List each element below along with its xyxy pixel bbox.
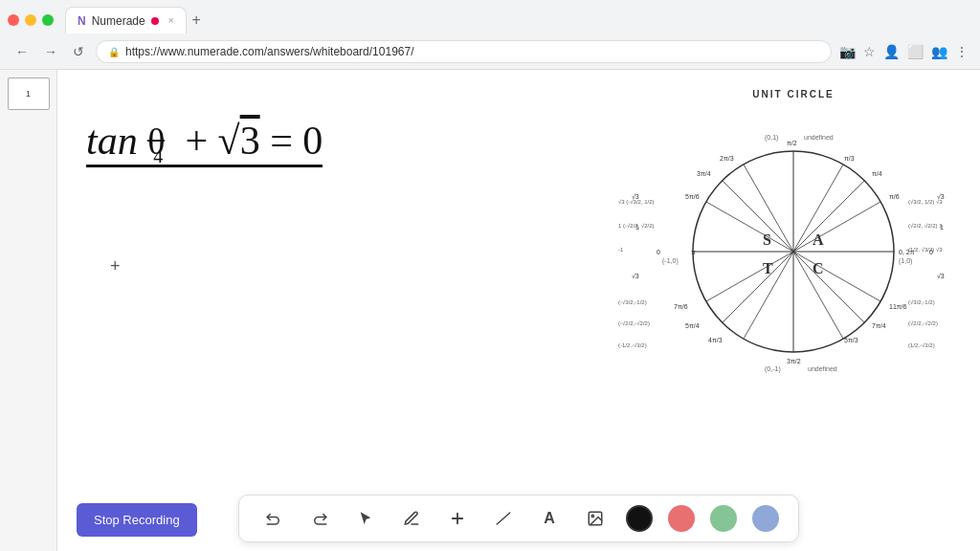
color-green[interactable]: [710, 505, 737, 532]
quadrant-S-label: S: [763, 231, 771, 248]
svg-text:(√2/2,-√2/2): (√2/2,-√2/2): [908, 320, 938, 326]
color-black[interactable]: [626, 505, 653, 532]
svg-text:π/3: π/3: [844, 155, 855, 162]
equation-text: tan θ4 + √3 = 0: [86, 119, 323, 167]
svg-text:5π/6: 5π/6: [685, 193, 700, 200]
add-tool-btn[interactable]: [442, 503, 473, 534]
image-tool-btn[interactable]: [580, 503, 611, 534]
tab-title: Numerade: [92, 14, 145, 28]
url-text: https://www.numerade.com/answers/whitebo…: [125, 45, 414, 58]
text-tool-btn[interactable]: A: [534, 503, 565, 534]
svg-text:√3: √3: [937, 273, 945, 279]
svg-text:(-√2/2,-√2/2): (-√2/2,-√2/2): [618, 320, 650, 326]
svg-text:5π/4: 5π/4: [685, 322, 700, 329]
tab-close-btn[interactable]: ×: [168, 15, 174, 26]
svg-text:3π/2: 3π/2: [787, 358, 801, 364]
svg-line-11: [723, 181, 793, 252]
svg-text:(1,0): (1,0): [899, 257, 912, 265]
unit-circle-svg: S A T C π/2 (0,1) undefined 0, 2π (1,0) …: [616, 103, 970, 390]
new-tab-btn[interactable]: +: [192, 11, 201, 29]
recording-dot: [151, 17, 159, 25]
svg-text:√3: √3: [632, 193, 639, 200]
svg-text:(0,1): (0,1): [765, 134, 778, 142]
whiteboard[interactable]: tan θ4 + √3 = 0 + UNIT CIRCLE: [57, 70, 980, 551]
svg-text:2π/3: 2π/3: [720, 155, 734, 162]
svg-text:7π/6: 7π/6: [674, 303, 688, 310]
svg-line-10: [706, 252, 793, 301]
maximize-window-btn[interactable]: [42, 14, 54, 26]
svg-text:undefined: undefined: [808, 365, 837, 372]
stop-recording-btn[interactable]: Stop Recording: [77, 503, 197, 537]
browser-chrome: N Numerade × + ← → ↺ 🔒 https://www.numer…: [0, 0, 980, 70]
svg-text:π/2: π/2: [787, 140, 797, 146]
svg-text:5π/3: 5π/3: [844, 337, 858, 343]
close-window-btn[interactable]: [8, 14, 19, 26]
cast-icon[interactable]: ⬜: [907, 44, 924, 59]
svg-line-3: [793, 202, 880, 252]
svg-text:-1: -1: [618, 247, 624, 253]
content-area: 1 tan θ4 + √3 = 0 + UNIT CIRCLE: [0, 70, 980, 551]
color-red[interactable]: [668, 505, 695, 532]
url-bar[interactable]: 🔒 https://www.numerade.com/answers/white…: [96, 40, 832, 63]
eraser-tool-btn[interactable]: [488, 503, 519, 534]
unit-circle: UNIT CIRCLE: [616, 89, 970, 395]
svg-text:π: π: [691, 249, 696, 255]
slide-panel: 1: [0, 70, 57, 551]
svg-text:1: 1: [635, 224, 639, 231]
slide-number: 1: [26, 89, 31, 99]
forward-btn[interactable]: →: [40, 42, 61, 61]
svg-line-6: [793, 252, 864, 322]
svg-text:(-√3/2,-1/2): (-√3/2,-1/2): [618, 299, 647, 305]
profile-icon[interactable]: 👤: [883, 44, 900, 59]
svg-text:π/4: π/4: [872, 170, 882, 177]
svg-text:1: 1: [940, 224, 944, 231]
lock-icon: 🔒: [108, 47, 120, 57]
svg-text:7π/4: 7π/4: [872, 322, 886, 329]
svg-text:(√3/2,-1/2): (√3/2,-1/2): [908, 299, 935, 305]
svg-text:(0,-1): (0,-1): [765, 365, 781, 373]
quadrant-C-label: C: [813, 260, 824, 276]
address-bar: ← → ↺ 🔒 https://www.numerade.com/answers…: [0, 34, 980, 69]
svg-text:(-1/2,-√3/2): (-1/2,-√3/2): [618, 342, 647, 348]
svg-text:(1/2, √3/2)  √3: (1/2, √3/2) √3: [908, 247, 943, 253]
bookmark-icon[interactable]: ☆: [863, 44, 876, 59]
select-tool-btn[interactable]: [350, 503, 381, 534]
pen-tool-btn[interactable]: [396, 503, 427, 534]
svg-line-9: [706, 202, 793, 252]
svg-line-59: [497, 513, 510, 524]
svg-text:(-1,0): (-1,0): [662, 257, 679, 265]
svg-text:√3: √3: [937, 193, 945, 200]
tab-favicon: N: [78, 14, 86, 28]
minimize-window-btn[interactable]: [25, 14, 36, 26]
back-btn[interactable]: ←: [11, 42, 33, 61]
people-icon[interactable]: 👥: [931, 44, 947, 59]
quadrant-T-label: T: [763, 260, 773, 276]
quadrant-A-label: A: [813, 231, 824, 248]
svg-text:undefined: undefined: [804, 134, 834, 141]
svg-text:√3: √3: [632, 273, 639, 279]
bottom-toolbar: Stop Recording: [57, 485, 980, 551]
tab-bar: N Numerade × +: [0, 0, 980, 34]
svg-text:(1/2,-√3/2): (1/2,-√3/2): [908, 342, 935, 348]
svg-line-12: [723, 252, 793, 322]
svg-text:11π/6: 11π/6: [889, 303, 907, 310]
color-blue[interactable]: [752, 505, 779, 532]
svg-text:π/6: π/6: [889, 193, 900, 200]
menu-icon[interactable]: ⋮: [955, 44, 969, 59]
camera-icon[interactable]: 📷: [839, 44, 856, 59]
unit-circle-title: UNIT CIRCLE: [616, 89, 970, 99]
active-tab[interactable]: N Numerade ×: [65, 7, 187, 33]
svg-point-61: [591, 515, 593, 517]
redo-btn[interactable]: [304, 503, 335, 534]
undo-btn[interactable]: [258, 503, 289, 534]
window-controls: [8, 14, 54, 26]
slide-thumbnail-1[interactable]: 1: [8, 77, 50, 110]
svg-text:3π/4: 3π/4: [697, 170, 711, 177]
add-content-btn[interactable]: +: [110, 256, 121, 276]
svg-line-4: [793, 252, 880, 301]
equation-display: tan θ4 + √3 = 0: [86, 118, 323, 164]
refresh-btn[interactable]: ↺: [69, 42, 88, 61]
browser-toolbar-right: 📷 ☆ 👤 ⬜ 👥 ⋮: [839, 44, 969, 59]
tool-box: A: [238, 495, 799, 542]
svg-text:(√2/2, √2/2)  1: (√2/2, √2/2) 1: [908, 223, 943, 229]
